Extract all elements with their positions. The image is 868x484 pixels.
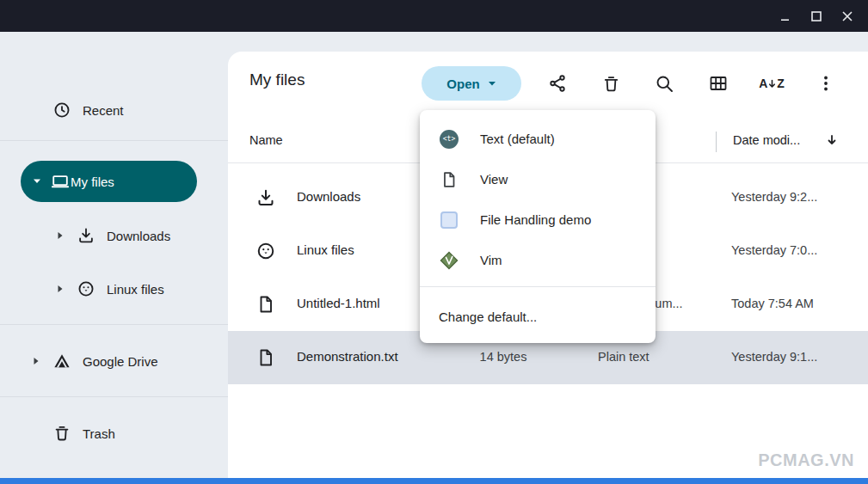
menu-item-label: File Handling demo — [480, 212, 591, 227]
sort-az-icon: A Z — [759, 77, 785, 90]
file-handling-app-icon — [439, 210, 459, 230]
maximize-button[interactable] — [801, 0, 832, 32]
trash-icon — [52, 423, 72, 444]
more-options-button[interactable] — [809, 66, 843, 101]
chevron-right-icon[interactable] — [53, 285, 67, 293]
sidebar-item-recent[interactable]: Recent — [52, 92, 124, 128]
file-name: Linux files — [297, 242, 354, 257]
sidebar: Recent My files Downloads — [0, 32, 228, 484]
page-title: My files — [249, 70, 305, 89]
minimize-button[interactable] — [770, 0, 801, 32]
download-icon — [76, 225, 96, 246]
file-type: Plain text — [598, 350, 718, 364]
files-app-window: Recent My files Downloads — [0, 0, 868, 484]
search-icon — [654, 73, 674, 94]
chevron-right-icon[interactable] — [29, 357, 43, 365]
menu-divider — [420, 286, 656, 287]
sidebar-item-label: Linux files — [107, 282, 164, 297]
menu-item-label: View — [480, 172, 508, 187]
delete-button[interactable] — [594, 66, 628, 101]
sort-by-name-button[interactable]: A Z — [754, 66, 789, 101]
menu-item-label: Text (default) — [480, 132, 555, 146]
clock-icon — [52, 100, 72, 120]
sidebar-item-my-files[interactable]: My files — [21, 161, 197, 202]
document-icon — [255, 347, 276, 368]
column-separator — [716, 132, 717, 152]
sidebar-item-label: Recent — [83, 103, 124, 118]
sidebar-item-linux-files[interactable]: Linux files — [53, 271, 164, 307]
column-header-date-modified[interactable]: Date modi... — [733, 133, 800, 147]
grid-view-button[interactable] — [701, 66, 736, 101]
file-name: Untitled-1.html — [297, 296, 380, 310]
file-date: Yesterday 7:0... — [731, 243, 860, 257]
chevron-down-icon[interactable] — [33, 178, 41, 185]
menu-item-change-default[interactable]: Change default... — [420, 293, 656, 340]
linux-penguin-icon — [255, 241, 276, 261]
vim-app-icon — [439, 250, 459, 271]
sidebar-divider — [0, 140, 228, 141]
linux-penguin-icon — [76, 279, 96, 299]
sidebar-item-google-drive[interactable]: Google Drive — [29, 343, 158, 379]
watermark: PCMAG.VN — [758, 450, 854, 470]
open-with-menu: <t> Text (default) View File Handling de… — [420, 110, 656, 343]
menu-item-view[interactable]: View — [420, 159, 656, 199]
open-button[interactable]: Open — [422, 66, 521, 101]
trash-icon — [601, 74, 621, 94]
view-document-icon — [439, 169, 459, 190]
menu-item-file-handling-demo[interactable]: File Handling demo — [420, 199, 656, 240]
menu-item-text-default[interactable]: <t> Text (default) — [420, 119, 656, 159]
chevron-down-icon — [488, 81, 496, 87]
sidebar-item-label: My files — [71, 175, 114, 189]
close-button[interactable] — [832, 0, 863, 32]
chevron-right-icon[interactable] — [53, 231, 67, 240]
text-app-badge: <t> — [440, 130, 459, 149]
sidebar-divider — [0, 324, 228, 325]
menu-item-label: Vim — [480, 253, 502, 267]
sidebar-item-label: Google Drive — [83, 354, 158, 369]
open-button-label: Open — [446, 77, 479, 91]
file-name: Demonstration.txt — [297, 349, 398, 364]
titlebar — [0, 0, 868, 32]
download-icon — [255, 187, 276, 208]
sort-direction-down-icon[interactable] — [825, 133, 839, 147]
file-date: Yesterday 9:2... — [731, 190, 860, 204]
sidebar-item-trash[interactable]: Trash — [52, 415, 115, 451]
share-button[interactable] — [540, 66, 575, 101]
document-icon — [255, 294, 276, 315]
laptop-icon — [50, 171, 71, 192]
search-button[interactable] — [647, 66, 681, 101]
sort-letter-z: Z — [777, 77, 785, 90]
bottom-strip — [0, 478, 868, 484]
kebab-menu-icon — [816, 73, 836, 94]
menu-item-vim[interactable]: Vim — [420, 240, 656, 280]
column-header-name[interactable]: Name — [249, 133, 283, 147]
file-date: Today 7:54 AM — [731, 297, 860, 310]
sidebar-item-label: Downloads — [107, 229, 170, 243]
sidebar-item-label: Trash — [83, 426, 115, 441]
grid-view-icon — [708, 73, 729, 94]
file-date: Yesterday 9:1... — [731, 350, 860, 364]
text-app-icon: <t> — [439, 129, 459, 150]
sidebar-item-downloads[interactable]: Downloads — [53, 217, 170, 254]
file-name: Downloads — [297, 189, 360, 204]
sort-letter-a: A — [759, 77, 767, 90]
sidebar-divider — [0, 396, 228, 397]
file-size: 14 bytes — [459, 350, 548, 364]
google-drive-icon — [52, 351, 72, 371]
share-icon — [547, 73, 568, 94]
